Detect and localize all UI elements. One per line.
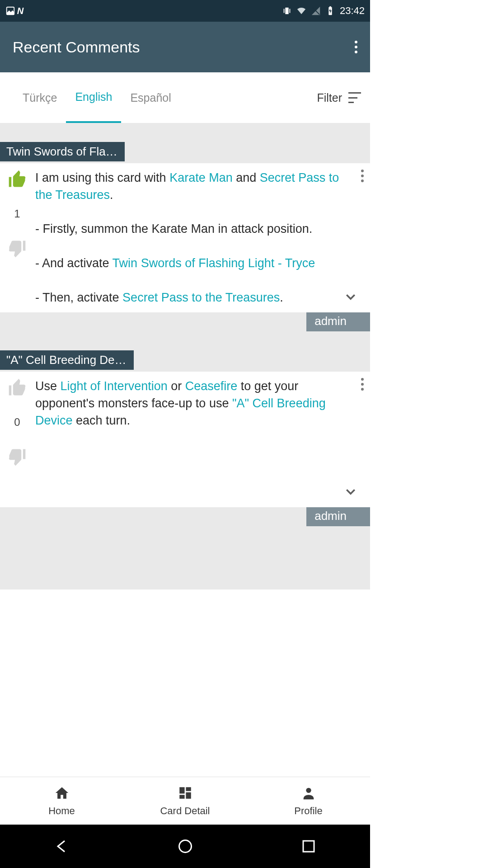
thumbs-down-icon[interactable] [7,447,27,467]
filter-label: Filter [317,91,342,104]
link-light-of-intervention[interactable]: Light of Intervention [61,379,168,393]
filter-button[interactable]: Filter [317,91,370,104]
app-bar: Recent Comments [0,22,370,72]
comment-menu-icon[interactable] [361,170,364,182]
comment-text: Use [35,379,61,393]
comment-text: each turn. [73,414,131,427]
svg-rect-1 [285,8,288,14]
author-strip: admin [0,507,370,526]
vote-count: 0 [14,416,20,429]
comment-item: 1 I am using this card with Karate Man a… [0,163,370,312]
comment-text: - Firstly, summon the Karate Man in atta… [35,222,312,236]
app-n-icon: N [15,6,25,16]
thumbs-down-icon[interactable] [7,238,27,258]
comment-text: I am using this card with [35,171,169,184]
vibrate-icon [282,6,292,16]
thumbs-up-icon[interactable] [7,170,27,189]
link-twin-swords[interactable]: Twin Swords of Flashing Light - Tryce [113,256,315,270]
filter-icon [348,92,361,103]
chevron-down-icon[interactable] [344,289,357,307]
page-title: Recent Comments [13,38,140,56]
status-bar: N 23:42 [0,0,370,22]
wifi-icon [296,6,306,16]
link-ceasefire[interactable]: Ceasefire [185,379,238,393]
no-signal-icon [311,6,321,16]
comment-text: . [280,291,283,304]
gallery-icon [5,6,15,16]
tabs-row: Türkçe English Español Filter [0,72,370,123]
tab-english[interactable]: English [66,72,121,123]
tab-espanol[interactable]: Español [121,72,180,123]
card-title-chip[interactable]: Twin Swords of Fla… [0,142,125,161]
battery-charging-icon [325,6,335,16]
overflow-menu-icon[interactable] [355,41,357,53]
svg-rect-3 [289,9,290,13]
comment-text: . [110,188,113,202]
tab-turkce[interactable]: Türkçe [14,72,66,123]
comment-body: I am using this card with Karate Man and… [30,170,366,306]
author-tag: admin [306,507,370,526]
thumbs-up-icon[interactable] [7,378,27,398]
chevron-down-icon[interactable] [344,484,357,502]
author-tag: admin [306,312,370,331]
vote-count: 1 [14,208,20,220]
author-strip: admin [0,312,370,331]
comment-text: - Then, activate [35,291,122,304]
comment-text: - And activate [35,256,113,270]
svg-rect-2 [284,9,285,13]
comment-body: Use Light of Intervention or Ceasefire t… [30,378,366,501]
link-secret-pass-2[interactable]: Secret Pass to the Treasures [122,291,280,304]
comment-text: or [168,379,185,393]
status-time: 23:42 [340,5,365,17]
comment-menu-icon[interactable] [361,378,364,391]
svg-rect-6 [329,6,331,7]
card-title-chip[interactable]: "A" Cell Breeding De… [0,350,134,370]
link-karate-man[interactable]: Karate Man [169,171,233,184]
comment-text: and [233,171,260,184]
comment-item: 0 Use Light of Intervention or Ceasefire… [0,372,370,507]
